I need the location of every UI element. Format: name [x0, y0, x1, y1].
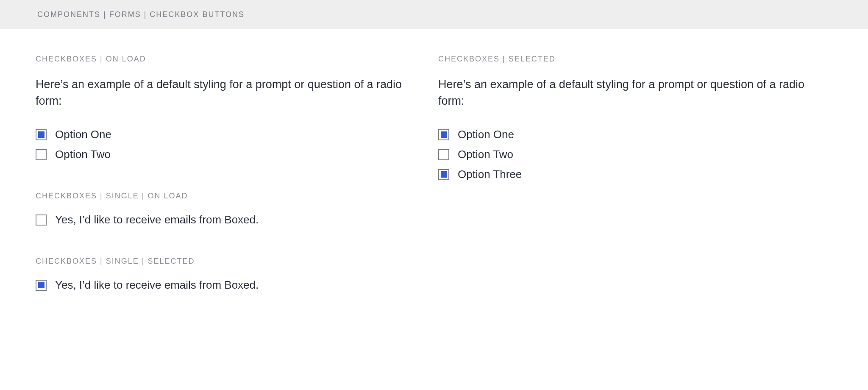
checkbox-option-one[interactable]: Option One — [36, 128, 430, 141]
checkbox-label: Option One — [458, 128, 514, 141]
checkbox-subscribe[interactable]: Yes, I’d like to receive emails from Box… — [36, 213, 430, 226]
checkbox-label: Yes, I’d like to receive emails from Box… — [55, 213, 259, 226]
section-checkboxes-single-on-load: CHECKBOXES | SINGLE | ON LOAD Yes, I’d l… — [36, 192, 430, 226]
checkbox-option-three[interactable]: Option Three — [438, 168, 832, 181]
section-checkboxes-single-selected: CHECKBOXES | SINGLE | SELECTED Yes, I’d … — [36, 257, 430, 292]
checkbox-label: Option One — [55, 128, 111, 141]
header-bar: COMPONENTS | FORMS | CHECKBOX BUTTONS — [0, 0, 868, 29]
checkbox-label: Yes, I’d like to receive emails from Box… — [55, 279, 259, 292]
checkbox-icon[interactable] — [36, 129, 47, 140]
prompt-text: Here’s an example of a default styling f… — [36, 76, 409, 109]
breadcrumb: COMPONENTS | FORMS | CHECKBOX BUTTONS — [37, 10, 831, 19]
checkbox-option-one[interactable]: Option One — [438, 128, 832, 141]
checkbox-option-two[interactable]: Option Two — [438, 148, 832, 161]
prompt-text: Here’s an example of a default styling f… — [438, 76, 811, 109]
checkbox-option-two[interactable]: Option Two — [36, 148, 430, 161]
checkbox-label: Option Two — [458, 148, 513, 161]
checkbox-icon[interactable] — [438, 149, 449, 160]
checkbox-icon[interactable] — [36, 214, 47, 226]
checkbox-icon[interactable] — [438, 169, 449, 180]
right-column: CHECKBOXES | SELECTED Here’s an example … — [438, 55, 832, 322]
section-checkboxes-selected: CHECKBOXES | SELECTED Here’s an example … — [438, 55, 832, 181]
section-title: CHECKBOXES | ON LOAD — [36, 55, 430, 64]
checkbox-icon[interactable] — [36, 149, 47, 160]
section-title: CHECKBOXES | SELECTED — [438, 55, 832, 64]
section-title: CHECKBOXES | SINGLE | ON LOAD — [36, 192, 430, 201]
left-column: CHECKBOXES | ON LOAD Here’s an example o… — [36, 55, 430, 322]
section-title: CHECKBOXES | SINGLE | SELECTED — [36, 257, 430, 266]
checkbox-icon[interactable] — [438, 129, 449, 140]
checkbox-icon[interactable] — [36, 280, 47, 291]
checkbox-subscribe-selected[interactable]: Yes, I’d like to receive emails from Box… — [36, 279, 430, 292]
checkbox-label: Option Three — [458, 168, 522, 181]
checkbox-label: Option Two — [55, 148, 111, 161]
content-area: CHECKBOXES | ON LOAD Here’s an example o… — [0, 29, 868, 339]
section-checkboxes-on-load: CHECKBOXES | ON LOAD Here’s an example o… — [36, 55, 430, 161]
